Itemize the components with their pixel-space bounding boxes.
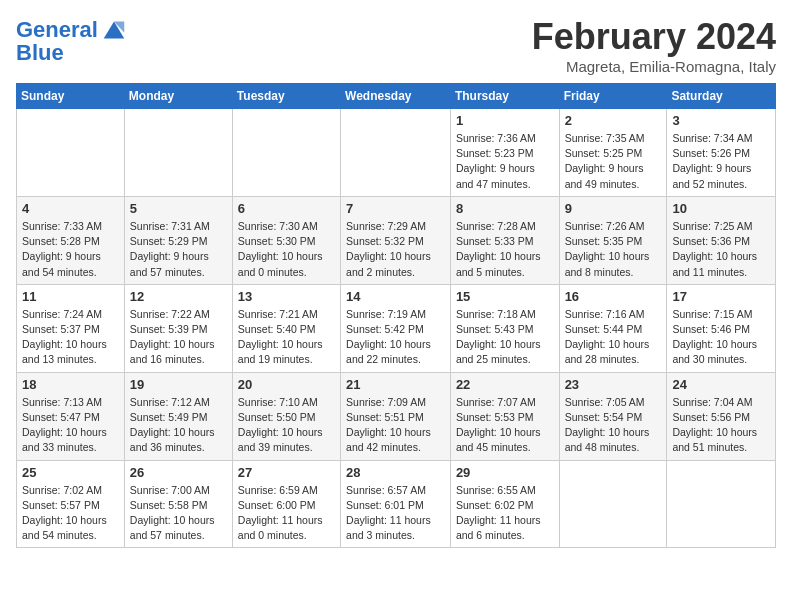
calendar-cell: 27Sunrise: 6:59 AMSunset: 6:00 PMDayligh… bbox=[232, 460, 340, 548]
day-info: Sunrise: 7:29 AMSunset: 5:32 PMDaylight:… bbox=[346, 219, 445, 280]
day-info: Sunrise: 6:59 AMSunset: 6:00 PMDaylight:… bbox=[238, 483, 335, 544]
day-info: Sunrise: 7:18 AMSunset: 5:43 PMDaylight:… bbox=[456, 307, 554, 368]
logo-icon bbox=[100, 16, 128, 44]
day-info: Sunrise: 7:04 AMSunset: 5:56 PMDaylight:… bbox=[672, 395, 770, 456]
day-number: 20 bbox=[238, 377, 335, 392]
day-info: Sunrise: 7:30 AMSunset: 5:30 PMDaylight:… bbox=[238, 219, 335, 280]
calendar-cell: 22Sunrise: 7:07 AMSunset: 5:53 PMDayligh… bbox=[450, 372, 559, 460]
day-number: 12 bbox=[130, 289, 227, 304]
calendar-cell: 19Sunrise: 7:12 AMSunset: 5:49 PMDayligh… bbox=[124, 372, 232, 460]
col-header-friday: Friday bbox=[559, 84, 667, 109]
calendar-cell: 21Sunrise: 7:09 AMSunset: 5:51 PMDayligh… bbox=[341, 372, 451, 460]
week-row-4: 18Sunrise: 7:13 AMSunset: 5:47 PMDayligh… bbox=[17, 372, 776, 460]
day-info: Sunrise: 7:25 AMSunset: 5:36 PMDaylight:… bbox=[672, 219, 770, 280]
day-number: 9 bbox=[565, 201, 662, 216]
calendar-cell: 14Sunrise: 7:19 AMSunset: 5:42 PMDayligh… bbox=[341, 284, 451, 372]
day-info: Sunrise: 7:19 AMSunset: 5:42 PMDaylight:… bbox=[346, 307, 445, 368]
calendar-cell: 18Sunrise: 7:13 AMSunset: 5:47 PMDayligh… bbox=[17, 372, 125, 460]
day-number: 5 bbox=[130, 201, 227, 216]
day-number: 14 bbox=[346, 289, 445, 304]
calendar-cell bbox=[559, 460, 667, 548]
calendar-cell: 8Sunrise: 7:28 AMSunset: 5:33 PMDaylight… bbox=[450, 196, 559, 284]
calendar-cell: 23Sunrise: 7:05 AMSunset: 5:54 PMDayligh… bbox=[559, 372, 667, 460]
day-number: 24 bbox=[672, 377, 770, 392]
calendar-cell: 10Sunrise: 7:25 AMSunset: 5:36 PMDayligh… bbox=[667, 196, 776, 284]
calendar-cell: 11Sunrise: 7:24 AMSunset: 5:37 PMDayligh… bbox=[17, 284, 125, 372]
calendar-cell: 13Sunrise: 7:21 AMSunset: 5:40 PMDayligh… bbox=[232, 284, 340, 372]
day-info: Sunrise: 6:57 AMSunset: 6:01 PMDaylight:… bbox=[346, 483, 445, 544]
calendar-table: SundayMondayTuesdayWednesdayThursdayFrid… bbox=[16, 83, 776, 548]
calendar-cell: 17Sunrise: 7:15 AMSunset: 5:46 PMDayligh… bbox=[667, 284, 776, 372]
day-number: 8 bbox=[456, 201, 554, 216]
day-info: Sunrise: 7:13 AMSunset: 5:47 PMDaylight:… bbox=[22, 395, 119, 456]
week-row-3: 11Sunrise: 7:24 AMSunset: 5:37 PMDayligh… bbox=[17, 284, 776, 372]
col-header-tuesday: Tuesday bbox=[232, 84, 340, 109]
calendar-cell: 7Sunrise: 7:29 AMSunset: 5:32 PMDaylight… bbox=[341, 196, 451, 284]
day-info: Sunrise: 7:22 AMSunset: 5:39 PMDaylight:… bbox=[130, 307, 227, 368]
calendar-cell: 25Sunrise: 7:02 AMSunset: 5:57 PMDayligh… bbox=[17, 460, 125, 548]
day-info: Sunrise: 7:12 AMSunset: 5:49 PMDaylight:… bbox=[130, 395, 227, 456]
day-info: Sunrise: 7:34 AMSunset: 5:26 PMDaylight:… bbox=[672, 131, 770, 192]
day-number: 15 bbox=[456, 289, 554, 304]
day-info: Sunrise: 7:35 AMSunset: 5:25 PMDaylight:… bbox=[565, 131, 662, 192]
col-header-sunday: Sunday bbox=[17, 84, 125, 109]
day-info: Sunrise: 7:02 AMSunset: 5:57 PMDaylight:… bbox=[22, 483, 119, 544]
calendar-cell: 16Sunrise: 7:16 AMSunset: 5:44 PMDayligh… bbox=[559, 284, 667, 372]
day-number: 13 bbox=[238, 289, 335, 304]
col-header-monday: Monday bbox=[124, 84, 232, 109]
day-number: 27 bbox=[238, 465, 335, 480]
week-row-2: 4Sunrise: 7:33 AMSunset: 5:28 PMDaylight… bbox=[17, 196, 776, 284]
day-number: 19 bbox=[130, 377, 227, 392]
day-number: 23 bbox=[565, 377, 662, 392]
calendar-cell: 6Sunrise: 7:30 AMSunset: 5:30 PMDaylight… bbox=[232, 196, 340, 284]
day-number: 25 bbox=[22, 465, 119, 480]
day-info: Sunrise: 7:21 AMSunset: 5:40 PMDaylight:… bbox=[238, 307, 335, 368]
day-info: Sunrise: 7:33 AMSunset: 5:28 PMDaylight:… bbox=[22, 219, 119, 280]
day-number: 6 bbox=[238, 201, 335, 216]
day-info: Sunrise: 7:10 AMSunset: 5:50 PMDaylight:… bbox=[238, 395, 335, 456]
day-info: Sunrise: 7:15 AMSunset: 5:46 PMDaylight:… bbox=[672, 307, 770, 368]
day-info: Sunrise: 7:09 AMSunset: 5:51 PMDaylight:… bbox=[346, 395, 445, 456]
header: General Blue February 2024 Magreta, Emil… bbox=[16, 16, 776, 75]
calendar-cell: 29Sunrise: 6:55 AMSunset: 6:02 PMDayligh… bbox=[450, 460, 559, 548]
calendar-cell: 15Sunrise: 7:18 AMSunset: 5:43 PMDayligh… bbox=[450, 284, 559, 372]
day-info: Sunrise: 6:55 AMSunset: 6:02 PMDaylight:… bbox=[456, 483, 554, 544]
day-info: Sunrise: 7:26 AMSunset: 5:35 PMDaylight:… bbox=[565, 219, 662, 280]
col-header-saturday: Saturday bbox=[667, 84, 776, 109]
week-row-1: 1Sunrise: 7:36 AMSunset: 5:23 PMDaylight… bbox=[17, 109, 776, 197]
calendar-cell bbox=[124, 109, 232, 197]
day-info: Sunrise: 7:24 AMSunset: 5:37 PMDaylight:… bbox=[22, 307, 119, 368]
calendar-cell: 26Sunrise: 7:00 AMSunset: 5:58 PMDayligh… bbox=[124, 460, 232, 548]
day-number: 28 bbox=[346, 465, 445, 480]
calendar-cell: 3Sunrise: 7:34 AMSunset: 5:26 PMDaylight… bbox=[667, 109, 776, 197]
day-info: Sunrise: 7:28 AMSunset: 5:33 PMDaylight:… bbox=[456, 219, 554, 280]
logo: General Blue bbox=[16, 16, 128, 66]
day-info: Sunrise: 7:07 AMSunset: 5:53 PMDaylight:… bbox=[456, 395, 554, 456]
day-info: Sunrise: 7:36 AMSunset: 5:23 PMDaylight:… bbox=[456, 131, 554, 192]
day-number: 2 bbox=[565, 113, 662, 128]
title-area: February 2024 Magreta, Emilia-Romagna, I… bbox=[532, 16, 776, 75]
day-info: Sunrise: 7:31 AMSunset: 5:29 PMDaylight:… bbox=[130, 219, 227, 280]
day-number: 18 bbox=[22, 377, 119, 392]
day-number: 4 bbox=[22, 201, 119, 216]
day-number: 7 bbox=[346, 201, 445, 216]
col-header-wednesday: Wednesday bbox=[341, 84, 451, 109]
calendar-cell: 24Sunrise: 7:04 AMSunset: 5:56 PMDayligh… bbox=[667, 372, 776, 460]
day-number: 26 bbox=[130, 465, 227, 480]
day-number: 17 bbox=[672, 289, 770, 304]
day-number: 21 bbox=[346, 377, 445, 392]
calendar-cell: 5Sunrise: 7:31 AMSunset: 5:29 PMDaylight… bbox=[124, 196, 232, 284]
day-number: 16 bbox=[565, 289, 662, 304]
calendar-cell: 1Sunrise: 7:36 AMSunset: 5:23 PMDaylight… bbox=[450, 109, 559, 197]
calendar-cell bbox=[232, 109, 340, 197]
subtitle: Magreta, Emilia-Romagna, Italy bbox=[532, 58, 776, 75]
calendar-cell bbox=[341, 109, 451, 197]
day-info: Sunrise: 7:05 AMSunset: 5:54 PMDaylight:… bbox=[565, 395, 662, 456]
day-info: Sunrise: 7:16 AMSunset: 5:44 PMDaylight:… bbox=[565, 307, 662, 368]
day-number: 10 bbox=[672, 201, 770, 216]
calendar-cell bbox=[17, 109, 125, 197]
day-number: 3 bbox=[672, 113, 770, 128]
calendar-cell: 9Sunrise: 7:26 AMSunset: 5:35 PMDaylight… bbox=[559, 196, 667, 284]
calendar-cell: 4Sunrise: 7:33 AMSunset: 5:28 PMDaylight… bbox=[17, 196, 125, 284]
calendar-cell bbox=[667, 460, 776, 548]
